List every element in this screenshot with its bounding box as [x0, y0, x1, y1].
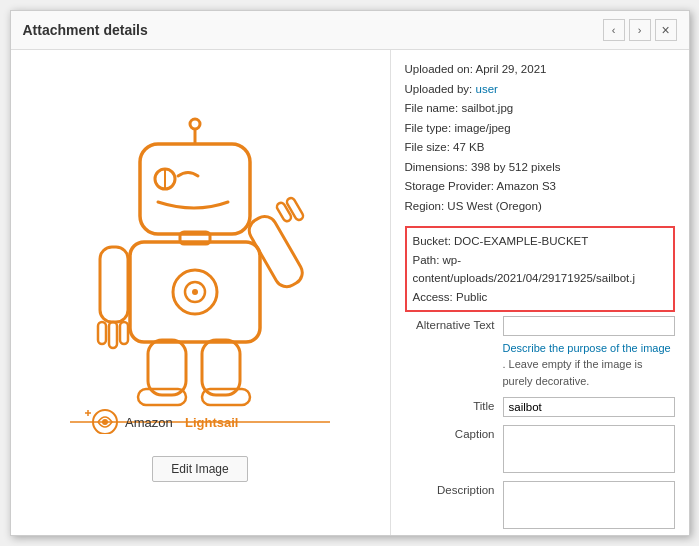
dimensions-label: Dimensions:: [405, 161, 468, 173]
region-label: Region:: [405, 200, 445, 212]
file-type-label: File type:: [405, 122, 452, 134]
dialog-header: Attachment details ‹ › ×: [11, 11, 689, 50]
caption-label: Caption: [405, 425, 495, 440]
dimensions-value: 398 by 512 pixels: [471, 161, 561, 173]
file-name-label: File name:: [405, 102, 459, 114]
alt-text-link[interactable]: Describe the purpose of the image: [503, 342, 671, 354]
uploaded-on-label: Uploaded on:: [405, 63, 473, 75]
left-panel: Amazon Lightsail Edit Image: [11, 50, 391, 535]
right-panel: Uploaded on: April 29, 2021 Uploaded by:…: [391, 50, 689, 535]
svg-rect-18: [202, 340, 240, 395]
svg-rect-13: [120, 322, 128, 344]
metadata-section: Uploaded on: April 29, 2021 Uploaded by:…: [405, 60, 675, 216]
access-label: Access:: [413, 291, 453, 303]
preview-image: Amazon Lightsail: [50, 114, 350, 434]
alt-text-description: Describe the purpose of the image . Leav…: [503, 340, 675, 390]
prev-button[interactable]: ‹: [603, 19, 625, 41]
uploaded-on-value: April 29, 2021: [475, 63, 546, 75]
svg-rect-15: [276, 201, 293, 222]
svg-rect-12: [109, 322, 117, 348]
region-value: US West (Oregon): [447, 200, 541, 212]
svg-rect-16: [286, 196, 305, 221]
bucket-value: DOC-EXAMPLE-BUCKET: [454, 235, 588, 247]
uploaded-by-link[interactable]: user: [475, 83, 497, 95]
header-nav: ‹ › ×: [603, 19, 677, 41]
svg-point-4: [190, 119, 200, 129]
attachment-details-dialog: Attachment details ‹ › ×: [10, 10, 690, 536]
svg-rect-20: [202, 389, 250, 405]
path-value: wp-content/uploads/2021/04/29171925/sail…: [413, 254, 636, 284]
file-size-label: File size:: [405, 141, 450, 153]
svg-rect-10: [100, 247, 128, 322]
title-label: Title: [405, 397, 495, 412]
description-textarea[interactable]: [503, 481, 675, 529]
storage-provider-label: Storage Provider:: [405, 180, 495, 192]
alt-text-input[interactable]: [503, 316, 675, 336]
dialog-title: Attachment details: [23, 22, 148, 38]
uploaded-by-label: Uploaded by:: [405, 83, 473, 95]
description-label: Description: [405, 481, 495, 496]
svg-rect-0: [140, 144, 250, 234]
next-button[interactable]: ›: [629, 19, 651, 41]
image-preview: Amazon Lightsail: [40, 104, 360, 444]
alt-text-row: Alternative Text Describe the purpose of…: [405, 316, 675, 390]
edit-image-button[interactable]: Edit Image: [152, 456, 247, 482]
file-size-value: 47 KB: [453, 141, 484, 153]
svg-rect-14: [245, 212, 307, 291]
svg-rect-17: [148, 340, 186, 395]
svg-text:Amazon: Amazon: [125, 415, 173, 430]
close-button[interactable]: ×: [655, 19, 677, 41]
svg-rect-11: [98, 322, 106, 344]
description-row: Description: [405, 481, 675, 529]
dialog-body: Amazon Lightsail Edit Image Uploaded on:…: [11, 50, 689, 535]
access-value: Public: [456, 291, 487, 303]
path-label: Path:: [413, 254, 440, 266]
svg-point-9: [192, 289, 198, 295]
svg-rect-19: [138, 389, 186, 405]
highlighted-metadata-box: Bucket: DOC-EXAMPLE-BUCKET Path: wp-cont…: [405, 226, 675, 312]
caption-textarea[interactable]: [503, 425, 675, 473]
svg-point-23: [102, 419, 108, 425]
storage-provider-value: Amazon S3: [497, 180, 556, 192]
caption-row: Caption: [405, 425, 675, 473]
file-type-value: image/jpeg: [454, 122, 510, 134]
bucket-label: Bucket:: [413, 235, 451, 247]
file-name-value: sailbot.jpg: [461, 102, 513, 114]
alt-text-label: Alternative Text: [405, 316, 495, 331]
title-input[interactable]: [503, 397, 675, 417]
title-row: Title: [405, 397, 675, 417]
svg-text:Lightsail: Lightsail: [185, 415, 238, 430]
